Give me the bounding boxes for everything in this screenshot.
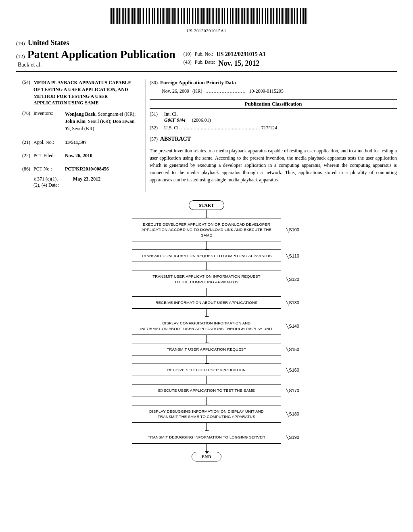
- svg-rect-81: [234, 8, 234, 24]
- svg-rect-97: [257, 8, 258, 24]
- svg-rect-75: [224, 8, 225, 24]
- svg-rect-115: [285, 8, 286, 24]
- title-num: (54): [16, 79, 30, 106]
- svg-rect-95: [254, 8, 255, 24]
- svg-rect-27: [151, 8, 151, 24]
- svg-rect-26: [149, 8, 150, 24]
- country-name: United States: [28, 39, 69, 47]
- svg-rect-120: [292, 8, 293, 24]
- foreign-appno: 10-2009-0115295: [249, 88, 284, 94]
- pub-no-value: US 2012/0291015 A1: [217, 51, 266, 58]
- step-s100-wrapper: EXECUTE DEVELOPER APPLICATION OR DOWNLOA…: [110, 218, 303, 241]
- inventors-field: (76) Inventors: Wonjang Baek, Seongnam-s…: [16, 110, 137, 132]
- svg-rect-125: [300, 8, 301, 24]
- pub-no-num: (10): [184, 51, 192, 58]
- svg-rect-49: [184, 8, 185, 24]
- us-cl-value: 717/124: [261, 125, 277, 131]
- foreign-num: (30): [150, 80, 158, 86]
- barcode-image: [106, 7, 307, 27]
- svg-rect-88: [244, 8, 245, 24]
- svg-rect-100: [262, 8, 263, 24]
- step-s150-label: TRANSMIT USER APPLICATION REQUEST: [167, 347, 246, 351]
- arrow-4: [206, 309, 207, 317]
- svg-rect-89: [246, 8, 246, 24]
- svg-rect-9: [123, 8, 124, 24]
- svg-rect-61: [202, 8, 204, 24]
- svg-rect-50: [186, 8, 186, 24]
- svg-rect-111: [279, 8, 280, 24]
- svg-rect-35: [163, 8, 164, 24]
- arrow-5: [206, 335, 207, 343]
- pct-no-value: PCT/KR2010/008456: [65, 166, 137, 172]
- step-s160-box: RECEIVE SELECTED USER APPLICATION: [132, 364, 281, 376]
- int-cl-year: (2006.01): [192, 117, 211, 123]
- arrow-1: [206, 241, 207, 249]
- arrow-10: [206, 444, 207, 452]
- svg-rect-71: [218, 8, 219, 24]
- publication-number: US 20120291015A1: [0, 28, 413, 33]
- step-s100-num: ╲S100: [286, 227, 299, 233]
- step-s140-wrapper: DISPLAY CONFIGURATION INFORMATION ANDINF…: [110, 317, 303, 335]
- svg-rect-110: [277, 8, 278, 24]
- svg-rect-0: [110, 8, 111, 24]
- svg-rect-41: [172, 8, 173, 24]
- svg-rect-108: [275, 8, 275, 24]
- pct-no-field: (86) PCT No.: PCT/KR2010/008456: [16, 166, 137, 172]
- int-cl-label: Int. Cl.: [164, 111, 211, 117]
- abstract-num: (57): [150, 136, 158, 142]
- svg-rect-19: [138, 8, 140, 24]
- pct-filed-label: PCT Filed:: [33, 153, 62, 159]
- svg-rect-106: [271, 8, 272, 24]
- step-s190-label: TRANSMIT DEBUGGING INFORMATION TO LOGGIN…: [148, 435, 265, 439]
- step-s180-box: DISPLAY DEBUGGING INFORMATION ON DISPLAY…: [132, 405, 281, 423]
- step-s120-wrapper: TRANSMIT USER APPLICATION INFORMATION RE…: [110, 270, 303, 288]
- pct-filed-num: (22): [16, 153, 30, 159]
- svg-rect-57: [197, 8, 198, 24]
- foreign-dots: .........................: [206, 88, 246, 94]
- step-s170-box: EXECUTE USER APPLICATION TO TEST THE SAM…: [132, 384, 281, 397]
- inventor-1-name: Wonjang Baek: [65, 111, 96, 117]
- flowchart: START EXECUTE DEVELOPER APPLICATION OR D…: [110, 200, 303, 461]
- svg-rect-51: [187, 8, 188, 24]
- svg-rect-70: [216, 8, 217, 24]
- svg-rect-54: [192, 8, 193, 24]
- header-divider: [16, 71, 397, 72]
- svg-rect-62: [204, 8, 205, 24]
- svg-rect-113: [282, 8, 283, 24]
- step-s120-box: TRANSMIT USER APPLICATION INFORMATION RE…: [132, 270, 281, 288]
- svg-rect-78: [229, 8, 229, 24]
- svg-rect-101: [264, 8, 264, 24]
- step-s140-box: DISPLAY CONFIGURATION INFORMATION ANDINF…: [132, 317, 281, 335]
- svg-rect-36: [165, 8, 165, 24]
- pub-date-value: Nov. 15, 2012: [219, 59, 260, 68]
- step-s110-box: TRANSMIT CONFIGURATION REQUEST TO COMPUT…: [132, 249, 281, 262]
- svg-rect-11: [127, 8, 127, 24]
- svg-rect-122: [296, 8, 296, 24]
- svg-rect-42: [173, 8, 175, 24]
- svg-rect-127: [303, 8, 304, 24]
- svg-rect-90: [247, 8, 248, 24]
- svg-rect-67: [212, 8, 213, 24]
- patent-header: (19) United States (12) Patent Applicati…: [0, 35, 413, 68]
- barcode-area: US 20120291015A1: [0, 0, 413, 35]
- step-s160-label: RECEIVE SELECTED USER APPLICATION: [167, 368, 246, 372]
- svg-rect-124: [299, 8, 299, 24]
- svg-rect-64: [207, 8, 208, 24]
- svg-rect-31: [157, 8, 158, 24]
- svg-rect-83: [236, 8, 237, 24]
- svg-rect-59: [200, 8, 200, 24]
- svg-rect-22: [143, 8, 144, 24]
- pct-filed-field: (22) PCT Filed: Nov. 26, 2010: [16, 153, 137, 159]
- svg-rect-117: [288, 8, 289, 24]
- svg-rect-10: [125, 8, 126, 24]
- doc-kind-title: Patent Application Publication: [27, 48, 175, 61]
- svg-rect-105: [270, 8, 271, 24]
- us-cl-field: (52) U.S. Cl. ..........................…: [150, 125, 397, 131]
- country-num: (19): [16, 40, 25, 46]
- svg-rect-123: [297, 8, 298, 24]
- svg-rect-93: [251, 8, 252, 24]
- flow-start: START: [189, 200, 224, 210]
- step-s170-num: ╲S170: [286, 388, 299, 393]
- svg-rect-56: [195, 8, 196, 24]
- svg-rect-99: [261, 8, 261, 24]
